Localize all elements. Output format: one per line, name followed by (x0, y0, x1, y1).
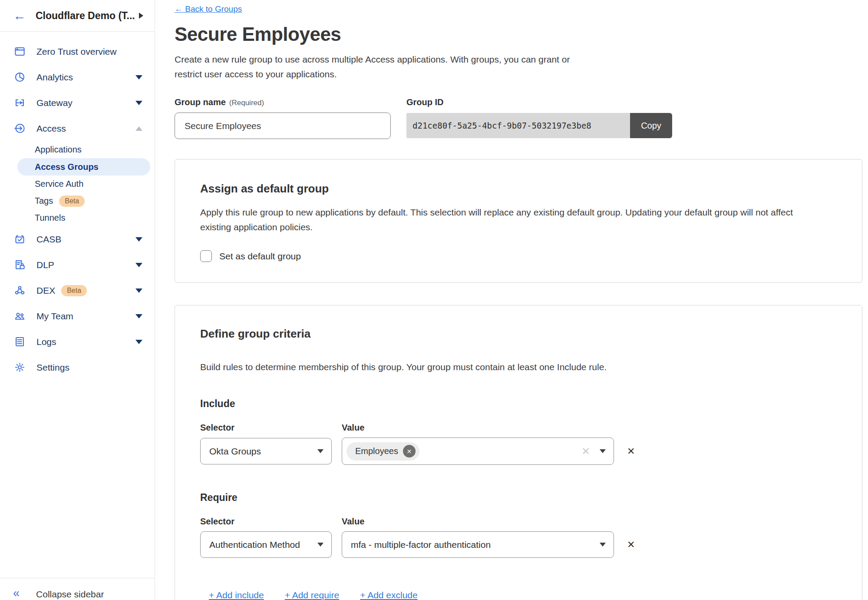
chevron-down-icon (317, 449, 323, 453)
chevron-down-icon (600, 543, 606, 547)
criteria-card: Define group criteria Build rules to det… (175, 305, 862, 600)
default-group-description: Apply this rule group to new application… (200, 205, 825, 235)
sidebar-item-tunnels[interactable]: Tunnels (17, 209, 150, 226)
back-to-groups-link[interactable]: ← Back to Groups (175, 4, 242, 14)
include-selector-dropdown[interactable]: Okta Groups (200, 438, 332, 464)
sidebar-item-logs[interactable]: Logs (0, 329, 155, 355)
sidebar-item-settings[interactable]: Settings (0, 355, 155, 380)
include-rule-row: Okta Groups Employees ✕ ✕ ✕ (200, 438, 837, 465)
sidebar-subitem-label: Tunnels (35, 213, 65, 223)
sidebar-item-label: Analytics (36, 72, 73, 83)
sidebar-item-access[interactable]: Access (0, 116, 155, 141)
sidebar-item-gateway[interactable]: Gateway (0, 90, 155, 116)
required-hint: (Required) (229, 99, 264, 107)
sidebar-subitem-label: Tags (35, 196, 53, 206)
chevron-down-icon[interactable] (600, 449, 606, 453)
sidebar-item-tags[interactable]: Tags Beta (17, 192, 150, 209)
chevron-down-icon[interactable] (135, 101, 142, 105)
analytics-icon (13, 71, 26, 83)
beta-badge: Beta (61, 285, 87, 296)
sidebar-item-dlp[interactable]: DLP (0, 252, 155, 278)
my-team-icon (13, 310, 26, 322)
sidebar-item-dex[interactable]: DEX Beta (0, 278, 155, 303)
set-default-group-row[interactable]: Set as default group (200, 250, 837, 262)
page-title: Secure Employees (175, 23, 868, 45)
default-group-card: Assign as default group Apply this rule … (175, 159, 862, 283)
chevron-down-icon[interactable] (135, 237, 142, 242)
chevron-down-icon[interactable] (135, 263, 142, 267)
sidebar-subitem-label: Applications (35, 145, 82, 155)
dlp-icon (13, 259, 26, 271)
chevron-down-icon[interactable] (135, 288, 142, 293)
sidebar-item-access-groups[interactable]: Access Groups (17, 158, 150, 176)
sidebar-item-label: My Team (36, 311, 73, 322)
account-title: Cloudflare Demo (T... (36, 10, 139, 22)
app-window: ← Cloudflare Demo (T... Zero Trust overv… (0, 0, 868, 600)
include-selector-value: Okta Groups (209, 446, 261, 457)
logs-icon (13, 336, 26, 348)
collapse-sidebar-button[interactable]: « Collapse sidebar (0, 578, 155, 600)
require-selector-label: Selector (200, 517, 342, 527)
include-selector-label: Selector (200, 423, 342, 433)
require-selector-dropdown[interactable]: Authentication Method (200, 531, 332, 558)
sidebar-item-label: DLP (36, 260, 54, 270)
chevron-down-icon[interactable] (135, 75, 142, 80)
remove-require-rule-icon[interactable]: ✕ (627, 540, 635, 550)
chevron-down-icon[interactable] (135, 340, 142, 344)
sidebar-item-applications[interactable]: Applications (17, 141, 150, 158)
sidebar-item-zero-trust-overview[interactable]: Zero Trust overview (0, 39, 155, 64)
sidebar-item-my-team[interactable]: My Team (0, 303, 155, 329)
include-heading: Include (200, 398, 837, 410)
add-rule-links: + Add include + Add require + Add exclud… (200, 590, 837, 600)
sidebar-nav: Zero Trust overview Analytics Gateway (0, 32, 155, 380)
collapse-chevrons-icon: « (13, 587, 20, 600)
sidebar-item-label: Access (36, 123, 66, 134)
chip-remove-icon[interactable]: ✕ (403, 445, 416, 457)
casb-icon (13, 233, 26, 245)
sidebar: ← Cloudflare Demo (T... Zero Trust overv… (0, 0, 155, 600)
require-value: mfa - multiple-factor authentication (351, 540, 491, 550)
sidebar-item-label: DEX (36, 285, 55, 296)
sidebar-header: ← Cloudflare Demo (T... (0, 0, 155, 32)
expand-caret-icon[interactable] (139, 13, 143, 19)
sidebar-item-analytics[interactable]: Analytics (0, 64, 155, 90)
dex-icon (13, 285, 26, 296)
value-chip: Employees ✕ (347, 442, 419, 461)
chevron-down-icon (317, 543, 323, 547)
add-exclude-link[interactable]: + Add exclude (360, 590, 418, 600)
criteria-description: Build rules to determine membership of t… (200, 360, 825, 375)
gateway-icon (13, 97, 26, 109)
add-require-link[interactable]: + Add require (285, 590, 340, 600)
page-description: Create a new rule group to use across mu… (175, 52, 598, 82)
main-content: ← Back to Groups Secure Employees Create… (155, 0, 868, 600)
set-default-group-checkbox[interactable] (200, 250, 212, 262)
copy-button[interactable]: Copy (630, 113, 672, 138)
include-value-multiselect[interactable]: Employees ✕ ✕ (342, 438, 614, 465)
overview-icon (13, 46, 26, 57)
chevron-down-icon[interactable] (135, 314, 142, 318)
require-value-dropdown[interactable]: mfa - multiple-factor authentication (342, 531, 614, 558)
sidebar-item-label: Gateway (36, 98, 73, 108)
default-group-heading: Assign as default group (200, 182, 837, 196)
group-name-id-row: Group name(Required) Group ID d21ce80f-5… (175, 97, 868, 139)
include-value-label: Value (342, 423, 364, 433)
require-selector-value: Authentication Method (209, 540, 300, 550)
set-default-group-label: Set as default group (219, 251, 301, 262)
remove-include-rule-icon[interactable]: ✕ (627, 447, 635, 456)
chevron-up-icon[interactable] (135, 126, 142, 131)
back-arrow-icon[interactable]: ← (13, 9, 26, 22)
add-include-link[interactable]: + Add include (209, 590, 264, 600)
criteria-heading: Define group criteria (200, 327, 837, 341)
require-heading: Require (200, 492, 837, 504)
sidebar-item-casb[interactable]: CASB (0, 226, 155, 252)
value-chip-label: Employees (355, 446, 398, 456)
clear-values-icon[interactable]: ✕ (581, 446, 590, 457)
group-name-input[interactable] (175, 113, 391, 139)
sidebar-item-label: Logs (36, 337, 56, 347)
sidebar-subitem-label: Service Auth (35, 179, 83, 189)
require-value-label: Value (342, 517, 364, 527)
require-rule-row: Authentication Method mfa - multiple-fac… (200, 531, 837, 558)
access-subnav: Applications Access Groups Service Auth … (0, 141, 155, 226)
sidebar-item-service-auth[interactable]: Service Auth (17, 176, 150, 192)
group-name-label: Group name(Required) (175, 97, 391, 107)
